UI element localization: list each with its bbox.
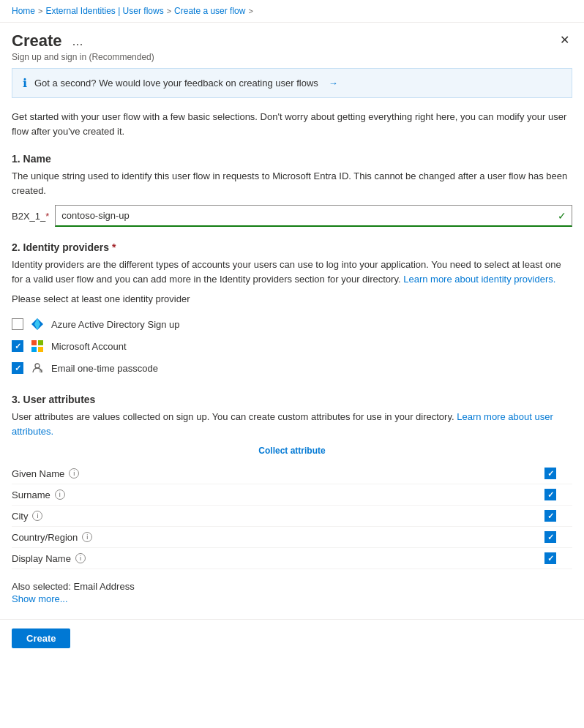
attr-label-display-name: Display Name i <box>12 553 528 564</box>
svg-point-0 <box>35 364 40 368</box>
microsoft-account-checkbox[interactable]: ✓ <box>12 340 23 352</box>
also-selected-text: Also selected: Email Address <box>12 577 572 592</box>
check-icon: ✓ <box>547 554 554 563</box>
ms-grid-icon <box>31 340 43 352</box>
surname-collect-checkbox[interactable]: ✓ <box>544 489 556 500</box>
main-content: Get started with your user flow with a f… <box>0 110 584 604</box>
breadcrumb-sep1: > <box>38 7 42 15</box>
section-name: 1. Name The unique string used to identi… <box>12 153 572 227</box>
header-title-row: Create ... <box>12 31 154 50</box>
page-header: Create ... Sign up and sign in (Recommen… <box>0 23 584 68</box>
section2-desc: Identity providers are the different typ… <box>12 258 572 286</box>
identity-provider-alert: Please select at least one identity prov… <box>12 293 572 304</box>
breadcrumb-home[interactable]: Home <box>12 6 35 16</box>
display-name-collect-checkbox[interactable]: ✓ <box>544 552 556 564</box>
section1-title: 1. Name <box>12 153 572 165</box>
section3-desc: User attributes are values collected on … <box>12 410 572 438</box>
section-user-attributes: 3. User attributes User attributes are v… <box>12 394 572 604</box>
page-title: Create <box>12 31 61 50</box>
breadcrumb: Home > External Identities | User flows … <box>0 0 584 23</box>
section-identity-providers: 2. Identity providers * Identity provide… <box>12 241 572 379</box>
identity-providers-list: Azure Active Directory Sign up ✓ Microso… <box>12 313 572 379</box>
check-icon: ✓ <box>15 364 21 373</box>
city-info-icon[interactable]: i <box>32 511 42 521</box>
input-check-icon: ✓ <box>558 210 566 222</box>
attr-label-country-region: Country/Region i <box>12 532 528 543</box>
country-region-collect-checkbox[interactable]: ✓ <box>544 531 556 543</box>
breadcrumb-sep2: > <box>167 7 171 15</box>
list-item: ✓ Email one-time passcode <box>12 357 572 379</box>
name-input-row: B2X_1_* ✓ <box>12 205 572 227</box>
attr-row-city: City i ✓ <box>12 506 572 527</box>
intro-text: Get started with your user flow with a f… <box>12 110 572 138</box>
list-item: Azure Active Directory Sign up <box>12 313 572 335</box>
display-name-collect-col: ✓ <box>528 552 572 564</box>
surname-collect-col: ✓ <box>528 489 572 500</box>
list-item: ✓ Microsoft Account <box>12 335 572 357</box>
microsoft-account-label: Microsoft Account <box>51 341 127 352</box>
check-icon: ✓ <box>547 490 554 500</box>
info-banner: ℹ Got a second? We would love your feedb… <box>12 68 572 98</box>
info-icon: ℹ <box>23 76 27 90</box>
name-input-wrapper: ✓ <box>55 205 572 227</box>
given-name-collect-checkbox[interactable]: ✓ <box>544 468 556 479</box>
attr-row-given-name: Given Name i ✓ <box>12 463 572 484</box>
more-options-icon[interactable]: ... <box>69 32 86 50</box>
display-name-info-icon[interactable]: i <box>75 553 86 563</box>
surname-info-icon[interactable]: i <box>55 489 65 500</box>
identity-providers-link[interactable]: Learn more about identity providers. <box>403 274 555 285</box>
create-button[interactable]: Create <box>12 628 70 648</box>
attr-row-surname: Surname i ✓ <box>12 484 572 506</box>
given-name-info-icon[interactable]: i <box>69 468 79 479</box>
svg-point-1 <box>40 369 43 373</box>
check-icon: ✓ <box>547 511 554 521</box>
attr-label-surname: Surname i <box>12 489 528 500</box>
section3-title: 3. User attributes <box>12 394 572 405</box>
attr-label-city: City i <box>12 511 528 522</box>
azure-ad-label: Azure Active Directory Sign up <box>51 319 180 330</box>
attr-row-country-region: Country/Region i ✓ <box>12 527 572 548</box>
breadcrumb-external[interactable]: External Identities | User flows <box>45 6 163 16</box>
name-input[interactable] <box>55 205 572 227</box>
check-icon: ✓ <box>547 533 554 542</box>
close-button[interactable]: ✕ <box>557 31 572 49</box>
section1-desc: The unique string used to identify this … <box>12 169 572 198</box>
check-icon: ✓ <box>547 469 554 479</box>
collect-attribute-header: Collect attribute <box>12 446 572 456</box>
azure-ad-checkbox[interactable] <box>12 318 23 330</box>
footer: Create <box>0 619 584 657</box>
country-region-collect-col: ✓ <box>528 531 572 543</box>
azure-icon <box>31 318 44 331</box>
header-left: Create ... Sign up and sign in (Recommen… <box>12 31 154 62</box>
show-more-link[interactable]: Show more... <box>12 593 572 604</box>
banner-text: Got a second? We would love your feedbac… <box>34 78 318 89</box>
section2-title: 2. Identity providers * <box>12 241 572 253</box>
city-collect-col: ✓ <box>528 510 572 522</box>
breadcrumb-create[interactable]: Create a user flow <box>174 6 245 16</box>
banner-link[interactable]: → <box>329 78 338 89</box>
page-subtitle: Sign up and sign in (Recommended) <box>12 52 154 62</box>
country-region-info-icon[interactable]: i <box>82 532 92 542</box>
attr-row-display-name: Display Name i ✓ <box>12 548 572 569</box>
email-otp-label: Email one-time passcode <box>51 363 158 374</box>
check-icon: ✓ <box>15 342 21 351</box>
attr-label-given-name: Given Name i <box>12 468 528 479</box>
given-name-collect-col: ✓ <box>528 468 572 479</box>
person-icon <box>31 361 44 375</box>
name-prefix: B2X_1_* <box>12 211 49 222</box>
email-otp-checkbox[interactable]: ✓ <box>12 362 23 374</box>
breadcrumb-sep3: > <box>248 7 252 15</box>
microsoft-icon <box>31 339 44 353</box>
city-collect-checkbox[interactable]: ✓ <box>544 510 556 522</box>
